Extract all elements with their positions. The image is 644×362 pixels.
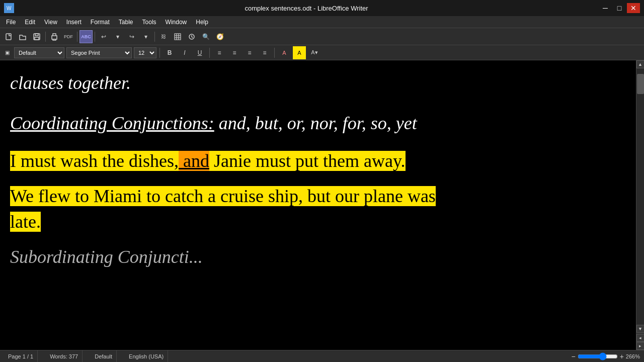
new-btn[interactable] (2, 30, 15, 43)
partial-bottom-text: Subordinating Conjuncti... (10, 244, 626, 269)
menu-format[interactable]: Format (87, 18, 114, 27)
close-button[interactable]: ✕ (627, 3, 640, 13)
show-draw-btn[interactable] (185, 30, 198, 43)
main-area: clauses together. Coordinating Conjuncti… (0, 60, 644, 350)
app-icon: W (4, 3, 14, 13)
document-content: clauses together. Coordinating Conjuncti… (10, 70, 626, 269)
navigator-btn[interactable]: 🧭 (213, 30, 226, 43)
page-count: Page 1 / 1 (4, 350, 38, 362)
toolbar-sep-3 (95, 32, 95, 42)
menu-tools[interactable]: Tools (138, 18, 160, 27)
export-pdf-btn[interactable]: PDF (62, 30, 75, 43)
window-controls: ─ □ ✕ (599, 3, 640, 13)
partial-top-text: clauses together. (10, 70, 626, 96)
scroll-extra-1[interactable]: ◂ (636, 334, 645, 342)
sentence-1: I must wash the dishes, and Janie must p… (10, 148, 626, 173)
find-btn[interactable]: 🔍 (199, 30, 212, 43)
sentence2-part1: We flew to Miami to catch a cruise ship, (10, 186, 303, 206)
redo-btn[interactable]: ↪ (125, 30, 138, 43)
underline-btn[interactable]: U (193, 46, 206, 59)
undo-dropdown[interactable]: ▾ (111, 30, 124, 43)
sentence2-end: late. (10, 212, 41, 232)
maximize-button[interactable]: □ (613, 3, 626, 13)
status-bar: Page 1 / 1 Words: 377 Default English (U… (0, 350, 644, 362)
print-btn[interactable] (48, 30, 61, 43)
menu-view[interactable]: View (40, 18, 61, 27)
section-label: Coordinating Conjunctions: (10, 113, 214, 133)
svg-rect-2 (6, 34, 11, 40)
toolbar-sep-2 (77, 32, 77, 42)
zoom-slider[interactable] (578, 352, 618, 360)
undo-btn[interactable]: ↩ (97, 30, 110, 43)
main-toolbar: PDF ABC ↩ ▾ ↪ ▾ ⛓ 🔍 🧭 (0, 28, 644, 45)
scroll-down-btn[interactable]: ▼ (636, 325, 645, 333)
paragraph-style-select[interactable]: Default (14, 47, 64, 58)
title-bar: W complex sentences.odt - LibreOffice Wr… (0, 0, 644, 16)
sentence2-conj: but our plane was (303, 186, 436, 206)
toolbar-sep-1 (45, 32, 46, 42)
sentence1-conj: and (179, 151, 209, 171)
save-btn[interactable] (30, 30, 43, 43)
menu-insert[interactable]: Insert (62, 18, 86, 27)
bold-btn[interactable]: B (163, 46, 176, 59)
document-area[interactable]: clauses together. Coordinating Conjuncti… (0, 60, 636, 350)
menu-file[interactable]: File (2, 18, 20, 27)
italic-btn[interactable]: I (178, 46, 191, 59)
zoom-out-btn[interactable]: − (571, 352, 575, 360)
vertical-scrollbar[interactable]: ▲ ▼ ◂ ▸ (636, 60, 644, 350)
spelling-btn[interactable]: ABC (79, 30, 93, 43)
copy-hyperlink-btn[interactable]: ⛓ (157, 30, 170, 43)
toolbar-sep-4 (154, 32, 155, 42)
sentence1-part2: Janie must put them away. (209, 151, 406, 171)
page-style: Default (91, 350, 117, 362)
word-count: Words: 377 (46, 350, 83, 362)
menu-table[interactable]: Table (115, 18, 137, 27)
font-color-btn[interactable]: A (278, 46, 291, 59)
format-sep-1 (159, 48, 160, 58)
scroll-track[interactable] (636, 68, 645, 325)
scroll-extra-2[interactable]: ▸ (636, 342, 645, 350)
conjunctions-text: and, but, or, nor, for, so, yet (214, 113, 417, 133)
zoom-in-btn[interactable]: + (620, 352, 624, 360)
scroll-up-btn[interactable]: ▲ (636, 60, 645, 68)
font-size-select[interactable]: 12 (134, 47, 156, 58)
sentence-2: We flew to Miami to catch a cruise ship,… (10, 184, 626, 234)
svg-text:W: W (7, 6, 12, 11)
align-justify-btn[interactable]: ≡ (258, 46, 271, 59)
font-name-select[interactable]: Segoe Print (66, 47, 132, 58)
menu-bar: File Edit View Insert Format Table Tools… (0, 16, 644, 28)
sentence1-part1: I must wash the dishes, (10, 151, 179, 171)
open-btn[interactable] (16, 30, 29, 43)
table-btn[interactable] (171, 30, 184, 43)
svg-rect-6 (52, 36, 57, 39)
language: English (USA) (125, 350, 168, 362)
zoom-level: 266% (626, 353, 640, 359)
align-right-btn[interactable]: ≡ (243, 46, 256, 59)
align-center-btn[interactable]: ≡ (228, 46, 241, 59)
menu-help[interactable]: Help (192, 18, 212, 27)
format-bar: ▣ Default Segoe Print 12 B I U ≡ ≡ ≡ ≡ A… (0, 45, 644, 60)
style-dropdown-icon[interactable]: ▣ (2, 46, 12, 59)
status-right: − + 266% (571, 352, 640, 360)
svg-rect-5 (35, 37, 39, 40)
format-sep-3 (274, 48, 275, 58)
menu-window[interactable]: Window (162, 18, 191, 27)
redo-dropdown[interactable]: ▾ (139, 30, 152, 43)
scroll-thumb[interactable] (637, 74, 644, 94)
highlight-color-btn[interactable]: A (293, 46, 306, 59)
minimize-button[interactable]: ─ (599, 3, 612, 13)
menu-edit[interactable]: Edit (21, 18, 39, 27)
title-bar-left: W (4, 3, 14, 13)
svg-rect-7 (175, 34, 181, 40)
char-highlight-btn[interactable]: A▾ (308, 46, 321, 59)
align-left-btn[interactable]: ≡ (213, 46, 226, 59)
format-sep-2 (209, 48, 210, 58)
window-title: complex sentences.odt - LibreOffice Writ… (14, 5, 599, 12)
section-heading: Coordinating Conjunctions: and, but, or,… (10, 111, 626, 136)
svg-rect-4 (35, 34, 38, 36)
